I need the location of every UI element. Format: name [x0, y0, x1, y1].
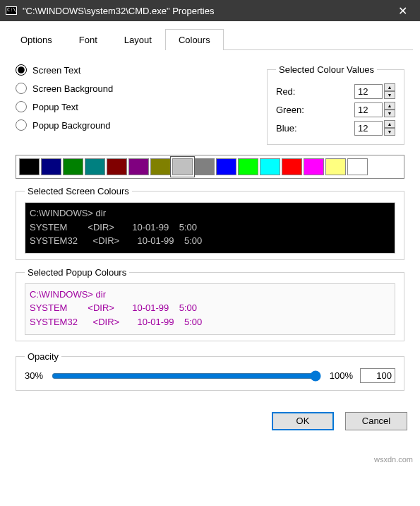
opacity-input[interactable] — [360, 368, 395, 383]
green-spinner: ▲ ▼ — [384, 102, 395, 117]
tab-colours[interactable]: Colours — [165, 29, 224, 50]
colour-swatch-2[interactable] — [63, 158, 83, 175]
radio-popup-background-input[interactable] — [16, 119, 27, 131]
colour-swatch-8[interactable] — [194, 158, 215, 175]
popup-preview-box: C:\WINDOWS> dir SYSTEM <DIR> 10-01-99 5:… — [25, 283, 395, 335]
colour-swatch-6[interactable] — [150, 158, 171, 175]
popup-preview-line: SYSTEM <DIR> 10-01-99 5:00 — [30, 302, 197, 313]
tab-layout[interactable]: Layout — [111, 29, 165, 50]
blue-up-button[interactable]: ▲ — [384, 120, 395, 128]
colour-swatch-4[interactable] — [107, 158, 127, 175]
dialog-buttons: OK Cancel — [0, 405, 420, 440]
colour-swatch-3[interactable] — [85, 158, 105, 175]
radio-screen-text-label: Screen Text — [32, 65, 80, 76]
radio-popup-text-input[interactable] — [16, 101, 27, 112]
green-down-button[interactable]: ▼ — [384, 110, 395, 117]
colour-swatch-15[interactable] — [347, 158, 368, 175]
tab-strip: Options Font Layout Colours — [7, 28, 413, 50]
tab-font[interactable]: Font — [66, 29, 111, 50]
screen-preview-line: SYSTEM32 <DIR> 10-01-99 5:00 — [30, 235, 202, 246]
screen-preview-group: Selected Screen Colours C:\WINDOWS> dir … — [16, 186, 404, 260]
popup-preview-legend: Selected Popup Colours — [25, 267, 129, 278]
radio-screen-background-input[interactable] — [16, 83, 27, 94]
opacity-min-label: 30% — [25, 370, 43, 381]
red-spinner: ▲ ▼ — [384, 83, 395, 99]
blue-input[interactable] — [354, 121, 383, 136]
colour-swatch-13[interactable] — [304, 158, 324, 175]
tab-options[interactable]: Options — [7, 29, 66, 50]
green-label: Green: — [276, 105, 354, 115]
app-icon — [6, 6, 17, 15]
radio-screen-text-input[interactable] — [16, 64, 27, 76]
colour-swatch-1[interactable] — [41, 158, 61, 175]
colour-swatch-11[interactable] — [260, 158, 280, 175]
popup-preview-line: SYSTEM32 <DIR> 10-01-99 5:00 — [30, 317, 202, 327]
colour-swatch-7[interactable] — [172, 158, 193, 175]
titlebar: "C:\WINDOWS\system32\CMD.exe" Properties… — [0, 0, 420, 21]
colour-swatch-9[interactable] — [216, 158, 236, 175]
colour-swatch-0[interactable] — [19, 158, 40, 175]
blue-label: Blue: — [276, 123, 354, 134]
red-down-button[interactable]: ▼ — [384, 91, 395, 99]
screen-preview-box: C:\WINDOWS> dir SYSTEM <DIR> 10-01-99 5:… — [25, 202, 395, 254]
selected-colour-values-legend: Selected Colour Values — [276, 64, 377, 75]
close-button[interactable]: ✕ — [391, 4, 414, 18]
window-title: "C:\WINDOWS\system32\CMD.exe" Properties — [23, 6, 214, 16]
blue-spinner: ▲ ▼ — [384, 120, 395, 136]
cancel-button[interactable]: Cancel — [345, 412, 407, 430]
opacity-legend: Opacity — [25, 351, 61, 362]
radio-popup-text-label: Popup Text — [32, 102, 78, 112]
colour-target-radio-group: Screen Text Screen Background Popup Text… — [16, 64, 253, 145]
opacity-group: Opacity 30% 100% — [16, 351, 404, 391]
radio-popup-text[interactable]: Popup Text — [16, 101, 253, 112]
tab-content: Screen Text Screen Background Popup Text… — [0, 50, 420, 405]
blue-down-button[interactable]: ▼ — [384, 128, 395, 136]
red-up-button[interactable]: ▲ — [384, 83, 395, 91]
opacity-slider[interactable] — [52, 369, 321, 383]
red-label: Red: — [276, 86, 354, 97]
green-up-button[interactable]: ▲ — [384, 102, 395, 110]
radio-screen-text[interactable]: Screen Text — [16, 64, 253, 76]
radio-screen-background-label: Screen Background — [32, 83, 113, 94]
ok-button[interactable]: OK — [272, 412, 334, 430]
colour-swatch-10[interactable] — [238, 158, 258, 175]
screen-preview-legend: Selected Screen Colours — [25, 186, 132, 196]
radio-screen-background[interactable]: Screen Background — [16, 83, 253, 94]
popup-preview-line: C:\WINDOWS> dir — [30, 289, 106, 300]
screen-preview-line: C:\WINDOWS> dir — [30, 208, 106, 218]
radio-popup-background-label: Popup Background — [32, 120, 111, 131]
colour-swatch-5[interactable] — [128, 158, 149, 175]
colour-swatch-14[interactable] — [325, 158, 346, 175]
selected-colour-values-group: Selected Colour Values Red: ▲ ▼ Green: ▲… — [267, 64, 404, 145]
red-input[interactable] — [354, 84, 383, 99]
green-input[interactable] — [354, 102, 383, 117]
screen-preview-line: SYSTEM <DIR> 10-01-99 5:00 — [30, 222, 197, 233]
popup-preview-group: Selected Popup Colours C:\WINDOWS> dir S… — [16, 267, 404, 341]
radio-popup-background[interactable]: Popup Background — [16, 119, 253, 131]
opacity-max-label: 100% — [330, 370, 353, 381]
colour-palette — [16, 155, 404, 179]
colour-swatch-12[interactable] — [282, 158, 302, 175]
